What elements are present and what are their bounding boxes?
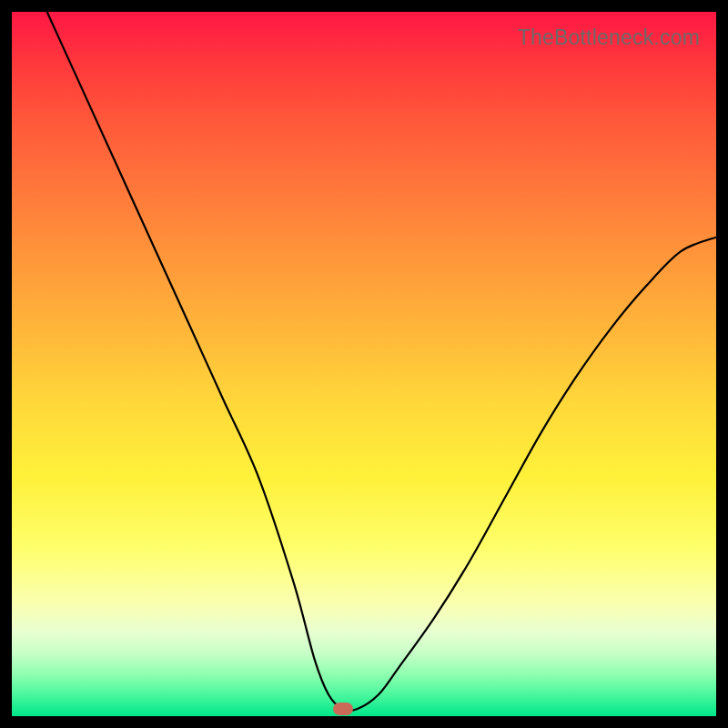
bottleneck-curve: [47, 12, 716, 711]
attribution-watermark: TheBottleneck.com: [518, 25, 700, 50]
chart-frame: TheBottleneck.com: [0, 0, 728, 728]
bottleneck-curve-svg: [12, 12, 716, 716]
plot-area: TheBottleneck.com: [12, 12, 716, 716]
optimal-point-marker: [333, 703, 353, 715]
